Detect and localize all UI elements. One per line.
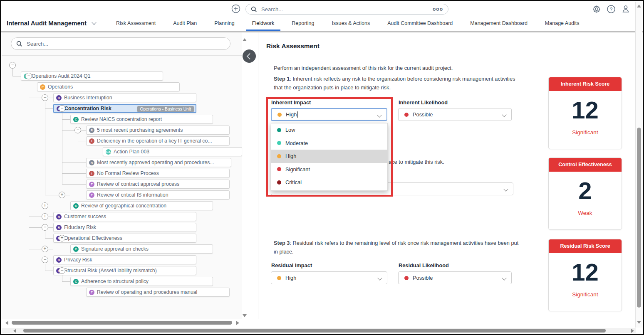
tab-risk-assessment[interactable]: Risk Assessment [107, 17, 164, 30]
gear-icon[interactable] [592, 5, 601, 14]
search-options-icon[interactable]: ooo [433, 6, 443, 12]
menu-item-low[interactable]: Low [271, 123, 387, 137]
divider [2, 55, 242, 56]
tree-horizontal-scrollbar[interactable] [4, 320, 240, 326]
tree-node[interactable]: POperations [37, 82, 180, 91]
tree-node[interactable]: CAdherence to structural policy [70, 277, 213, 286]
page-vertical-scrollbar[interactable] [635, 2, 642, 328]
node-label: Action Plan 003 [114, 149, 149, 155]
tree-node[interactable]: CSignature approval on checks [70, 244, 213, 254]
tree-scroll-up-icon[interactable] [243, 38, 247, 41]
tab-issues-actions[interactable]: Issues & Actions [323, 17, 379, 30]
node-label: Review NAICS concentration report [81, 116, 162, 122]
tree-scroll-down-icon[interactable] [243, 314, 247, 317]
tree-node[interactable]: CAAction Plan 003 [103, 147, 242, 156]
tree-node[interactable]: RBusiness Interruption [53, 93, 196, 102]
tree-node[interactable]: RFiduciary Risk [53, 223, 196, 232]
app-window: ooo ? Internal Audit Management Risk Ass… [0, 0, 644, 335]
nav-tabs: Risk Assessment Audit Plan Planning Fiel… [107, 17, 588, 30]
node-type-badge: C [73, 117, 79, 122]
scroll-down-icon[interactable] [637, 321, 641, 324]
tree-node[interactable]: ROperational Effectiveness [53, 234, 196, 243]
inherent-likelihood-label: Inherent Likelihood [399, 99, 448, 106]
page-horizontal-scrollbar[interactable] [2, 328, 636, 333]
tree-toggle[interactable]: − [42, 94, 48, 101]
tree-toggle[interactable]: − [9, 62, 16, 69]
scroll-right-icon[interactable] [631, 329, 634, 333]
tab-audit-plan[interactable]: Audit Plan [164, 17, 206, 30]
residual-likelihood-select[interactable]: Possible [398, 271, 512, 284]
tree-search[interactable] [11, 37, 230, 50]
tab-audit-committee-dashboard[interactable]: Audit Committee Dashboard [379, 17, 461, 30]
tree-toggle[interactable]: − [42, 224, 48, 231]
tab-management-dashboard[interactable]: Management Dashboard [461, 17, 536, 30]
tree-toggle[interactable]: + [42, 246, 48, 252]
tree-node[interactable]: CReview of geographical concentration [70, 201, 213, 210]
scroll-up-icon[interactable] [637, 5, 641, 7]
add-icon[interactable] [231, 4, 240, 13]
menu-item-label: Low [285, 127, 295, 133]
help-icon[interactable]: ? [607, 5, 616, 14]
menu-item-critical[interactable]: Critical [271, 176, 387, 189]
tree-node[interactable]: R5 most recent purchasing agreements [86, 126, 230, 135]
tree-node[interactable]: RCustomer success [53, 212, 196, 221]
tree-toggle[interactable]: − [59, 267, 65, 274]
tree-toggle[interactable]: − [25, 73, 32, 79]
tab-reporting[interactable]: Reporting [283, 17, 323, 30]
tree-toggle[interactable]: + [59, 235, 65, 241]
scroll-left-icon[interactable] [13, 329, 16, 333]
step3-label: Step 3 [274, 240, 290, 246]
global-search[interactable]: ooo [245, 4, 448, 15]
tree-scroll-right-icon[interactable] [236, 321, 239, 325]
node-type-badge: T [89, 182, 94, 187]
app-switcher[interactable]: Internal Audit Management [7, 20, 96, 27]
menu-item-high[interactable]: High [271, 150, 387, 163]
tree-node[interactable]: IAOperations Audit 2024 Q1 [21, 71, 163, 81]
tab-manage-audits[interactable]: Manage Audits [536, 17, 588, 30]
node-label: Review of contract approval process [97, 181, 179, 187]
tree-node[interactable]: CReview NAICS concentration report [70, 115, 213, 124]
tree-connector [29, 206, 53, 206]
tab-fieldwork[interactable]: Fieldwork [243, 17, 283, 30]
menu-item-significant[interactable]: Significant [271, 163, 387, 176]
tree-search-input[interactable] [26, 40, 225, 47]
tree-toggle[interactable]: + [59, 192, 65, 198]
intro-text: Perform an independent assessment of thi… [274, 64, 540, 72]
tree-connector [62, 275, 62, 281]
tree-node[interactable]: RMost recently approved operating and pr… [86, 158, 231, 167]
residual-likelihood-value: Possible [413, 275, 433, 281]
node-type-badge: R [89, 160, 94, 165]
tree-node[interactable]: RPrivacy Risk [53, 255, 196, 264]
tree-node[interactable]: TReview of contract approval process [86, 180, 230, 189]
card-value: 12 [549, 253, 622, 291]
collapse-panel-button[interactable] [243, 49, 256, 63]
tree-toggle[interactable]: − [42, 256, 48, 263]
tree-node[interactable]: TReview of critical IS information [86, 190, 230, 200]
vscroll-thumb[interactable] [637, 128, 641, 308]
card-value: 12 [549, 91, 622, 129]
tree-toggle[interactable]: + [42, 213, 48, 220]
residual-impact-select[interactable]: High [271, 271, 387, 284]
tree-node[interactable]: RStructural Risk (Asset/Liability mismat… [53, 266, 196, 275]
tree-toggle[interactable]: − [59, 105, 65, 112]
tree-node[interactable]: TReview of operating and procedures manu… [86, 288, 230, 297]
audit-tree-panel: − − − − − + + + − + + − − IAOperations A… [2, 32, 242, 319]
tree-connector [78, 134, 78, 141]
user-icon[interactable] [621, 4, 630, 13]
tree-scroll-left-icon[interactable] [5, 321, 8, 325]
tab-planning[interactable]: Planning [206, 17, 243, 30]
hscroll-thumb[interactable] [23, 329, 606, 333]
inherent-impact-select[interactable]: High [271, 108, 387, 121]
tree-connector [29, 260, 53, 260]
risk-assessment-panel: Risk Assessment Perform an independent a… [258, 32, 637, 319]
inherent-likelihood-select[interactable]: Possible [398, 108, 512, 121]
tree-connector [29, 227, 53, 228]
tree-node[interactable]: IDeficiency in the operation of a key IT… [86, 136, 230, 145]
tree-toggle[interactable]: + [42, 202, 48, 209]
menu-item-moderate[interactable]: Moderate [271, 137, 387, 150]
global-search-input[interactable] [260, 6, 433, 13]
tree-toggle[interactable]: − [74, 127, 81, 133]
tree-node-selected[interactable]: RConcentration RiskOperations - Business… [53, 104, 196, 113]
tree-node[interactable]: INo Formal Review Process [86, 169, 230, 178]
tree-hscroll-thumb[interactable] [12, 321, 232, 325]
